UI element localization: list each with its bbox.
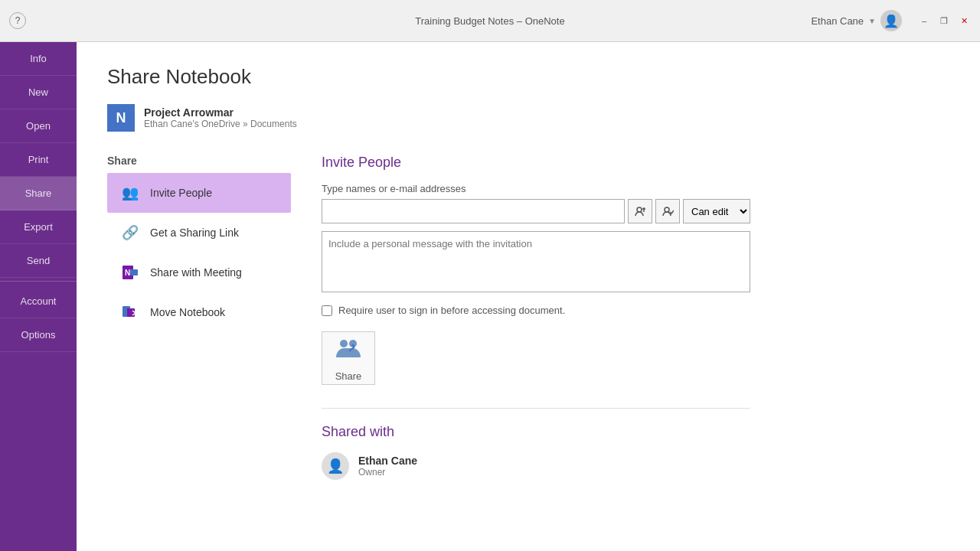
share-nav: Share 👥 Invite People 🔗 Get a Sharing Li… [107,155,291,480]
share-nav-meeting[interactable]: N Share with Meeting [107,253,291,292]
restore-button[interactable]: ❐ [937,14,951,28]
shared-with-title: Shared with [322,424,750,440]
svg-point-8 [665,207,669,212]
minimize-button[interactable]: – [917,14,931,28]
permission-dropdown[interactable]: Can edit Can view [683,199,750,223]
sidebar-item-account[interactable]: Account [0,285,77,318]
shared-user-row: 👤 Ethan Cane Owner [322,452,750,480]
personal-message-input[interactable] [322,231,750,292]
shared-user-role: Owner [358,467,417,478]
sharing-link-icon: 🔗 [119,222,141,243]
app-title: Training Budget Notes – OneNote [415,15,564,27]
invite-input-row: Can edit Can view [322,199,750,223]
sidebar-item-send[interactable]: Send [0,244,77,278]
user-dropdown-icon[interactable]: ▼ [868,17,876,25]
share-button[interactable]: Share [322,331,375,385]
svg-text:N: N [125,269,130,277]
close-button[interactable]: ✕ [957,14,971,28]
signin-required-row: Require user to sign in before accessing… [322,305,750,316]
app-body: Info New Open Print Share Export Send Ac… [0,42,980,551]
help-button[interactable]: ? [9,12,26,29]
svg-point-10 [349,340,357,347]
username-label: Ethan Cane [811,15,864,27]
share-nav-meeting-label: Share with Meeting [150,266,242,279]
share-nav-link-label: Get a Sharing Link [150,227,239,239]
share-meeting-icon: N [119,262,141,283]
share-button-icon [335,334,362,367]
signin-required-checkbox[interactable] [322,305,332,316]
sidebar: Info New Open Print Share Export Send Ac… [0,42,77,551]
share-layout: Share 👥 Invite People 🔗 Get a Sharing Li… [107,155,949,480]
svg-rect-2 [130,269,138,276]
share-panel: Share Notebook N Project Arrowmar Ethan … [77,42,980,551]
share-nav-move[interactable]: Move Notebook [107,292,291,332]
check-names-button[interactable] [655,199,680,223]
sidebar-divider [0,281,77,282]
notebook-icon: N [107,104,135,132]
notebook-details: Project Arrowmar Ethan Cane's OneDrive »… [144,106,297,129]
invite-people-title: Invite People [322,155,750,171]
notebook-name: Project Arrowmar [144,106,297,119]
sidebar-item-share[interactable]: Share [0,177,77,210]
svg-rect-4 [127,308,135,317]
notebook-info: N Project Arrowmar Ethan Cane's OneDrive… [107,104,949,132]
shared-user-name: Ethan Cane [358,455,417,467]
share-button-wrap: Share [322,331,375,385]
share-button-label: Share [335,370,362,382]
share-main: Invite People Type names or e-mail addre… [291,155,750,480]
sidebar-item-info[interactable]: Info [0,42,77,76]
svg-point-9 [340,340,348,347]
window-controls: Ethan Cane ▼ 👤 – ❐ ✕ [811,10,971,31]
invite-input[interactable] [322,199,625,223]
move-notebook-icon [119,302,141,323]
shared-with-section: Shared with 👤 Ethan Cane Owner [322,408,750,480]
user-info: Ethan Cane ▼ 👤 [811,10,902,31]
user-avatar: 👤 [880,10,902,31]
sidebar-item-open[interactable]: Open [0,109,77,143]
page-title: Share Notebook [107,65,949,89]
share-heading: Share [107,155,291,167]
sidebar-item-print[interactable]: Print [0,143,77,177]
sidebar-item-export[interactable]: Export [0,210,77,244]
sidebar-item-options[interactable]: Options [0,318,77,352]
shared-user-avatar: 👤 [322,452,349,480]
share-nav-move-label: Move Notebook [150,306,225,318]
invite-input-label: Type names or e-mail addresses [322,183,750,194]
sidebar-item-new[interactable]: New [0,76,77,109]
invite-people-icon: 👥 [119,182,141,204]
content-area: Share Notebook N Project Arrowmar Ethan … [77,42,980,551]
title-bar: ? Training Budget Notes – OneNote Ethan … [0,0,980,42]
share-nav-invite-label: Invite People [150,187,212,199]
shared-user-info: Ethan Cane Owner [358,455,417,478]
address-book-button[interactable] [628,199,652,223]
share-nav-link[interactable]: 🔗 Get a Sharing Link [107,213,291,253]
signin-required-label: Require user to sign in before accessing… [338,305,565,316]
share-nav-invite[interactable]: 👥 Invite People [107,173,291,213]
notebook-path: Ethan Cane's OneDrive » Documents [144,119,297,129]
svg-point-5 [637,207,642,212]
